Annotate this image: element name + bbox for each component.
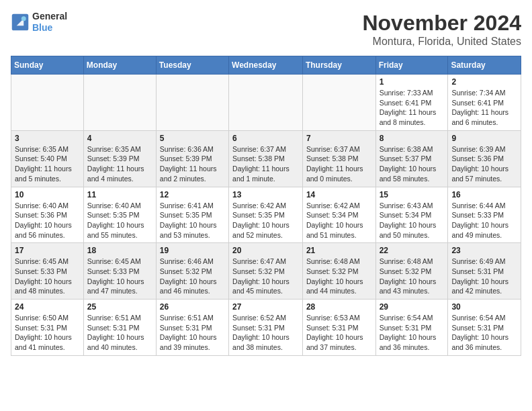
day-info: Sunrise: 7:34 AM Sunset: 6:41 PM Dayligh… bbox=[451, 88, 517, 128]
table-row: 14Sunrise: 6:42 AM Sunset: 5:34 PM Dayli… bbox=[302, 187, 375, 243]
day-number: 3 bbox=[15, 134, 80, 143]
col-saturday: Saturday bbox=[448, 56, 521, 75]
day-number: 8 bbox=[380, 134, 445, 143]
day-info: Sunrise: 6:42 AM Sunset: 5:34 PM Dayligh… bbox=[306, 201, 372, 240]
day-info: Sunrise: 6:47 AM Sunset: 5:32 PM Dayligh… bbox=[232, 257, 299, 296]
col-sunday: Sunday bbox=[11, 56, 84, 75]
day-info: Sunrise: 6:39 AM Sunset: 5:36 PM Dayligh… bbox=[451, 144, 517, 184]
calendar-table: Sunday Monday Tuesday Wednesday Thursday… bbox=[11, 56, 521, 356]
day-number: 11 bbox=[87, 190, 152, 199]
day-info: Sunrise: 6:40 AM Sunset: 5:36 PM Dayligh… bbox=[15, 201, 80, 240]
day-number: 14 bbox=[306, 190, 372, 199]
calendar-subtitle: Montura, Florida, United States bbox=[362, 36, 521, 48]
day-info: Sunrise: 6:43 AM Sunset: 5:34 PM Dayligh… bbox=[380, 201, 445, 240]
day-info: Sunrise: 6:54 AM Sunset: 5:31 PM Dayligh… bbox=[380, 313, 445, 353]
day-info: Sunrise: 6:51 AM Sunset: 5:31 PM Dayligh… bbox=[87, 313, 152, 353]
day-info: Sunrise: 6:45 AM Sunset: 5:33 PM Dayligh… bbox=[87, 257, 152, 296]
day-number: 12 bbox=[160, 190, 225, 199]
day-info: Sunrise: 6:41 AM Sunset: 5:35 PM Dayligh… bbox=[160, 201, 225, 240]
table-row: 28Sunrise: 6:53 AM Sunset: 5:31 PM Dayli… bbox=[302, 300, 375, 356]
day-info: Sunrise: 6:50 AM Sunset: 5:31 PM Dayligh… bbox=[15, 313, 80, 353]
day-number: 21 bbox=[306, 246, 372, 255]
day-info: Sunrise: 6:37 AM Sunset: 5:38 PM Dayligh… bbox=[306, 144, 372, 184]
day-number: 19 bbox=[160, 246, 225, 255]
col-friday: Friday bbox=[375, 56, 448, 75]
table-row: 16Sunrise: 6:44 AM Sunset: 5:33 PM Dayli… bbox=[448, 187, 521, 243]
day-number: 20 bbox=[232, 246, 299, 255]
table-row: 1Sunrise: 7:33 AM Sunset: 6:41 PM Daylig… bbox=[375, 75, 448, 131]
table-row bbox=[229, 75, 303, 131]
day-info: Sunrise: 6:51 AM Sunset: 5:31 PM Dayligh… bbox=[160, 313, 225, 353]
logo-line2: Blue bbox=[32, 22, 67, 34]
col-wednesday: Wednesday bbox=[229, 56, 303, 75]
day-info: Sunrise: 6:36 AM Sunset: 5:39 PM Dayligh… bbox=[160, 144, 225, 184]
page-header: General Blue November 2024 Montura, Flor… bbox=[11, 11, 521, 48]
day-info: Sunrise: 6:42 AM Sunset: 5:35 PM Dayligh… bbox=[232, 201, 299, 240]
day-number: 9 bbox=[451, 134, 517, 143]
day-number: 13 bbox=[232, 190, 299, 199]
table-row: 13Sunrise: 6:42 AM Sunset: 5:35 PM Dayli… bbox=[229, 187, 303, 243]
table-row: 22Sunrise: 6:48 AM Sunset: 5:32 PM Dayli… bbox=[375, 243, 448, 300]
day-number: 16 bbox=[451, 190, 517, 199]
col-monday: Monday bbox=[83, 56, 156, 75]
table-row: 26Sunrise: 6:51 AM Sunset: 5:31 PM Dayli… bbox=[156, 300, 228, 356]
logo: General Blue bbox=[11, 11, 67, 34]
table-row: 11Sunrise: 6:40 AM Sunset: 5:35 PM Dayli… bbox=[83, 187, 156, 243]
day-number: 30 bbox=[451, 302, 517, 312]
table-row: 5Sunrise: 6:36 AM Sunset: 5:39 PM Daylig… bbox=[156, 130, 228, 187]
day-info: Sunrise: 6:49 AM Sunset: 5:31 PM Dayligh… bbox=[451, 257, 517, 296]
table-row: 24Sunrise: 6:50 AM Sunset: 5:31 PM Dayli… bbox=[11, 300, 84, 356]
table-row: 17Sunrise: 6:45 AM Sunset: 5:33 PM Dayli… bbox=[11, 243, 84, 300]
table-row: 20Sunrise: 6:47 AM Sunset: 5:32 PM Dayli… bbox=[229, 243, 303, 300]
logo-line1: General bbox=[32, 11, 67, 22]
svg-point-2 bbox=[21, 16, 26, 21]
col-thursday: Thursday bbox=[302, 56, 375, 75]
day-number: 26 bbox=[160, 302, 225, 312]
day-info: Sunrise: 6:35 AM Sunset: 5:40 PM Dayligh… bbox=[15, 144, 80, 184]
day-number: 10 bbox=[15, 190, 80, 199]
table-row: 15Sunrise: 6:43 AM Sunset: 5:34 PM Dayli… bbox=[375, 187, 448, 243]
day-number: 7 bbox=[306, 134, 372, 143]
calendar-header: Sunday Monday Tuesday Wednesday Thursday… bbox=[11, 56, 521, 75]
day-number: 1 bbox=[380, 77, 445, 87]
calendar-body: 1Sunrise: 7:33 AM Sunset: 6:41 PM Daylig… bbox=[11, 75, 521, 356]
table-row: 6Sunrise: 6:37 AM Sunset: 5:38 PM Daylig… bbox=[229, 130, 303, 187]
table-row: 25Sunrise: 6:51 AM Sunset: 5:31 PM Dayli… bbox=[83, 300, 156, 356]
day-info: Sunrise: 6:40 AM Sunset: 5:35 PM Dayligh… bbox=[87, 201, 152, 240]
col-tuesday: Tuesday bbox=[156, 56, 228, 75]
day-number: 23 bbox=[451, 246, 517, 255]
table-row: 8Sunrise: 6:38 AM Sunset: 5:37 PM Daylig… bbox=[375, 130, 448, 187]
day-number: 28 bbox=[306, 302, 372, 312]
day-number: 22 bbox=[380, 246, 445, 255]
table-row: 2Sunrise: 7:34 AM Sunset: 6:41 PM Daylig… bbox=[448, 75, 521, 131]
day-number: 25 bbox=[87, 302, 152, 312]
table-row: 21Sunrise: 6:48 AM Sunset: 5:32 PM Dayli… bbox=[302, 243, 375, 300]
day-number: 24 bbox=[15, 302, 80, 312]
title-block: November 2024 Montura, Florida, United S… bbox=[362, 11, 521, 48]
day-info: Sunrise: 6:52 AM Sunset: 5:31 PM Dayligh… bbox=[232, 313, 299, 353]
day-number: 18 bbox=[87, 246, 152, 255]
day-number: 6 bbox=[232, 134, 299, 143]
table-row: 12Sunrise: 6:41 AM Sunset: 5:35 PM Dayli… bbox=[156, 187, 228, 243]
day-info: Sunrise: 6:54 AM Sunset: 5:31 PM Dayligh… bbox=[451, 313, 517, 353]
calendar-title: November 2024 bbox=[362, 11, 521, 36]
header-row: Sunday Monday Tuesday Wednesday Thursday… bbox=[11, 56, 521, 75]
logo-text: General Blue bbox=[32, 11, 67, 34]
table-row: 27Sunrise: 6:52 AM Sunset: 5:31 PM Dayli… bbox=[229, 300, 303, 356]
table-row bbox=[83, 75, 156, 131]
logo-icon bbox=[11, 13, 30, 32]
table-row bbox=[302, 75, 375, 131]
day-info: Sunrise: 6:44 AM Sunset: 5:33 PM Dayligh… bbox=[451, 201, 517, 240]
table-row: 3Sunrise: 6:35 AM Sunset: 5:40 PM Daylig… bbox=[11, 130, 84, 187]
table-row: 10Sunrise: 6:40 AM Sunset: 5:36 PM Dayli… bbox=[11, 187, 84, 243]
day-number: 2 bbox=[451, 77, 517, 87]
day-info: Sunrise: 6:46 AM Sunset: 5:32 PM Dayligh… bbox=[160, 257, 225, 296]
day-number: 29 bbox=[380, 302, 445, 312]
day-number: 27 bbox=[232, 302, 299, 312]
table-row: 29Sunrise: 6:54 AM Sunset: 5:31 PM Dayli… bbox=[375, 300, 448, 356]
day-number: 4 bbox=[87, 134, 152, 143]
day-number: 17 bbox=[15, 246, 80, 255]
table-row bbox=[156, 75, 228, 131]
table-row: 4Sunrise: 6:35 AM Sunset: 5:39 PM Daylig… bbox=[83, 130, 156, 187]
table-row: 19Sunrise: 6:46 AM Sunset: 5:32 PM Dayli… bbox=[156, 243, 228, 300]
